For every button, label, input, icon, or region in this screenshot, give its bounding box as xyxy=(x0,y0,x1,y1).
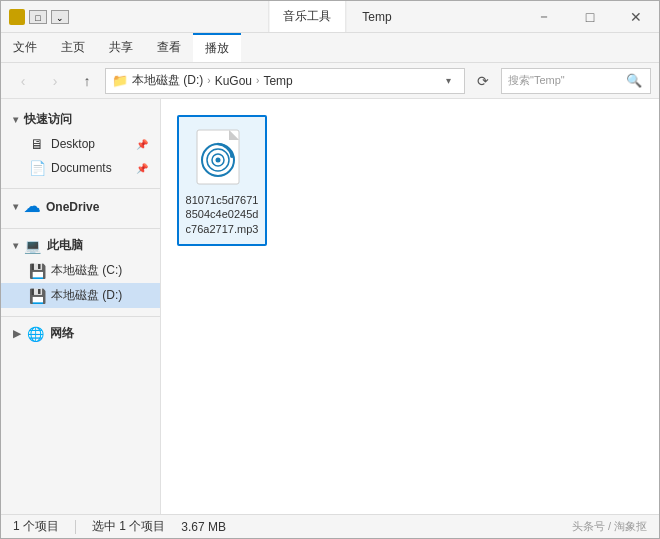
onedrive-section: ▾ ☁ OneDrive xyxy=(1,193,160,220)
menu-bar: 文件 主页 共享 查看 播放 xyxy=(1,33,659,63)
forward-button[interactable]: › xyxy=(41,68,69,94)
desktop-label: Desktop xyxy=(51,137,95,151)
file-item-mp3[interactable]: 81071c5d76718504c4e0245dc76a2717.mp3 xyxy=(177,115,267,246)
address-dropdown[interactable]: ▾ xyxy=(438,69,458,93)
network-header[interactable]: ▶ 🌐 网络 xyxy=(1,321,160,346)
menu-play[interactable]: 播放 xyxy=(193,33,241,62)
quick-access-arrow: ▾ xyxy=(13,114,18,125)
quick-access-label: 快速访问 xyxy=(24,111,72,128)
this-pc-header[interactable]: ▾ 💻 此电脑 xyxy=(1,233,160,258)
sidebar-item-desktop[interactable]: 🖥 Desktop 📌 xyxy=(1,132,160,156)
selected-info: 选中 1 个项目 xyxy=(92,518,165,535)
network-section: ▶ 🌐 网络 xyxy=(1,321,160,346)
c-drive-label: 本地磁盘 (C:) xyxy=(51,262,122,279)
quick-access-header[interactable]: ▾ 快速访问 xyxy=(1,107,160,132)
window-title: Temp xyxy=(362,10,391,24)
status-bar: 1 个项目 选中 1 个项目 3.67 MB 头条号 / 淘象抠 xyxy=(1,514,659,538)
item-count: 1 个项目 xyxy=(13,518,59,535)
folder-icon xyxy=(9,9,25,25)
onedrive-label: OneDrive xyxy=(46,200,99,214)
search-button[interactable]: 🔍 xyxy=(624,69,644,93)
file-area[interactable]: 81071c5d76718504c4e0245dc76a2717.mp3 xyxy=(161,99,659,514)
mp3-file-icon xyxy=(190,125,254,189)
sidebar-item-d-drive[interactable]: 💾 本地磁盘 (D:) xyxy=(1,283,160,308)
d-drive-label: 本地磁盘 (D:) xyxy=(51,287,122,304)
addr-sep2: › xyxy=(256,75,259,86)
maximize-button[interactable]: □ xyxy=(567,1,613,33)
onedrive-header[interactable]: ▾ ☁ OneDrive xyxy=(1,193,160,220)
sidebar: ▾ 快速访问 🖥 Desktop 📌 📄 Documents 📌 ▾ xyxy=(1,99,161,514)
minimize-button[interactable]: － xyxy=(521,1,567,33)
sidebar-item-documents[interactable]: 📄 Documents 📌 xyxy=(1,156,160,180)
music-tool-tab[interactable]: 音乐工具 xyxy=(268,1,346,32)
address-bar[interactable]: 📁 本地磁盘 (D:) › KuGou › Temp ▾ xyxy=(105,68,465,94)
sidebar-item-c-drive[interactable]: 💾 本地磁盘 (C:) xyxy=(1,258,160,283)
address-path: 📁 本地磁盘 (D:) › KuGou › Temp xyxy=(112,72,293,89)
window-controls: － □ ✕ xyxy=(521,1,659,32)
quick-access-section: ▾ 快速访问 🖥 Desktop 📌 📄 Documents 📌 xyxy=(1,107,160,180)
status-divider1 xyxy=(75,520,76,534)
this-pc-section: ▾ 💻 此电脑 💾 本地磁盘 (C:) 💾 本地磁盘 (D:) xyxy=(1,233,160,308)
svg-point-7 xyxy=(230,154,234,158)
title-bar: □ ⌄ 音乐工具 Temp － □ ✕ xyxy=(1,1,659,33)
close-button[interactable]: ✕ xyxy=(613,1,659,33)
network-icon: 🌐 xyxy=(27,326,44,342)
file-size: 3.67 MB xyxy=(181,520,226,534)
menu-file[interactable]: 文件 xyxy=(1,33,49,62)
search-placeholder: 搜索"Temp" xyxy=(508,73,620,88)
onedrive-icon: ☁ xyxy=(24,197,40,216)
search-bar[interactable]: 搜索"Temp" 🔍 xyxy=(501,68,651,94)
network-arrow: ▶ xyxy=(13,328,21,339)
documents-label: Documents xyxy=(51,161,112,175)
watermark: 头条号 / 淘象抠 xyxy=(572,519,647,534)
svg-point-6 xyxy=(216,158,221,163)
this-pc-icon: 💻 xyxy=(24,238,41,254)
documents-icon: 📄 xyxy=(29,160,45,176)
menu-home[interactable]: 主页 xyxy=(49,33,97,62)
network-label: 网络 xyxy=(50,325,74,342)
menu-view[interactable]: 查看 xyxy=(145,33,193,62)
pin-icon: 📌 xyxy=(136,139,148,150)
onedrive-arrow: ▾ xyxy=(13,201,18,212)
this-pc-label: 此电脑 xyxy=(47,237,83,254)
divider1 xyxy=(1,188,160,189)
menu-share[interactable]: 共享 xyxy=(97,33,145,62)
folder-icon-small: 📁 xyxy=(112,73,128,88)
title-bar-left: □ ⌄ xyxy=(1,1,77,32)
addr-sep1: › xyxy=(207,75,210,86)
divider2 xyxy=(1,228,160,229)
up-button[interactable]: ↑ xyxy=(73,68,101,94)
d-drive-icon: 💾 xyxy=(29,288,45,304)
title-center: 音乐工具 Temp xyxy=(268,1,391,32)
divider3 xyxy=(1,316,160,317)
desktop-icon: 🖥 xyxy=(29,136,45,152)
this-pc-arrow: ▾ xyxy=(13,240,18,251)
quick-access-btn2[interactable]: ⌄ xyxy=(51,10,69,24)
file-name: 81071c5d76718504c4e0245dc76a2717.mp3 xyxy=(186,193,259,236)
toolbar: ‹ › ↑ 📁 本地磁盘 (D:) › KuGou › Temp ▾ ⟳ 搜索"… xyxy=(1,63,659,99)
c-drive-icon: 💾 xyxy=(29,263,45,279)
window: □ ⌄ 音乐工具 Temp － □ ✕ 文件 主页 共享 查看 播放 ‹ › ↑… xyxy=(0,0,660,539)
quick-access-btn1[interactable]: □ xyxy=(29,10,47,24)
refresh-button[interactable]: ⟳ xyxy=(469,68,497,94)
pin-icon2: 📌 xyxy=(136,163,148,174)
content-area: ▾ 快速访问 🖥 Desktop 📌 📄 Documents 📌 ▾ xyxy=(1,99,659,514)
back-button[interactable]: ‹ xyxy=(9,68,37,94)
